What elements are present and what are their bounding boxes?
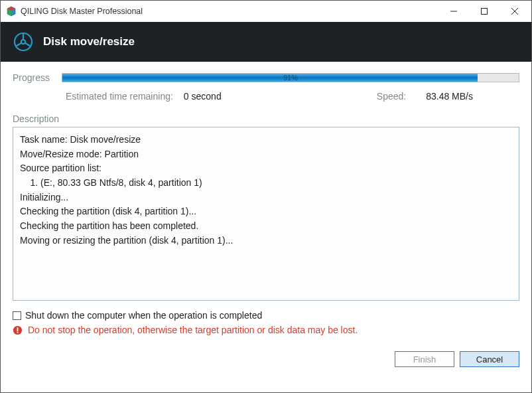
speed-label: Speed: [377,91,406,102]
description-line: Source partition list: [20,161,512,176]
header-band: Disk move/resize [1,22,531,62]
description-line: Move/Resize mode: Partition [20,147,512,162]
description-label: Description [13,114,519,124]
svg-point-8 [21,40,25,44]
progress-row: Progress 91% [13,72,519,83]
svg-line-10 [16,43,21,46]
description-line: Checking the partition has been complete… [20,219,512,234]
page-title: Disk move/resize [43,35,135,48]
titlebar: QILING Disk Master Professional [1,1,531,22]
close-button[interactable] [499,1,530,21]
window-controls [438,1,530,21]
progress-bar: 91% [62,73,519,82]
description-box: Task name: Disk move/resizeMove/Resize m… [13,127,519,301]
button-row: Finish Cancel [1,342,531,367]
warning-text: Do not stop the operation, otherwise the… [28,325,358,335]
warning-row: Do not stop the operation, otherwise the… [13,325,519,335]
warning-icon [13,325,23,335]
finish-button[interactable]: Finish [395,351,454,367]
progress-label: Progress [13,72,50,83]
eta-value: 0 second [184,91,222,102]
checkbox-icon[interactable] [13,311,21,320]
content-area: Progress 91% Estimated time remaining: 0… [1,62,531,342]
disk-icon [13,31,34,52]
minimize-button[interactable] [438,1,469,21]
cancel-button[interactable]: Cancel [460,351,519,367]
shutdown-label: Shut down the computer when the operatio… [25,310,262,321]
speed-value: 83.48 MB/s [426,91,473,102]
window-title: QILING Disk Master Professional [21,7,438,16]
app-icon [6,6,17,17]
stats-row: Estimated time remaining: 0 second Speed… [13,91,519,102]
description-line: Initializing... [20,191,512,205]
progress-percent-text: 91% [62,74,519,82]
description-line: Checking the partition (disk 4, partitio… [20,204,512,219]
description-line: Moving or resizing the partition (disk 4… [20,234,512,248]
svg-rect-4 [482,9,488,15]
description-line: 1. (E:, 80.33 GB Ntfs/8, disk 4, partiti… [20,176,512,191]
svg-rect-13 [17,327,19,331]
description-line: Task name: Disk move/resize [20,133,512,147]
svg-line-11 [25,43,31,46]
shutdown-option[interactable]: Shut down the computer when the operatio… [13,310,519,321]
eta-label: Estimated time remaining: [66,91,173,102]
svg-rect-14 [17,331,19,333]
maximize-button[interactable] [469,1,499,21]
